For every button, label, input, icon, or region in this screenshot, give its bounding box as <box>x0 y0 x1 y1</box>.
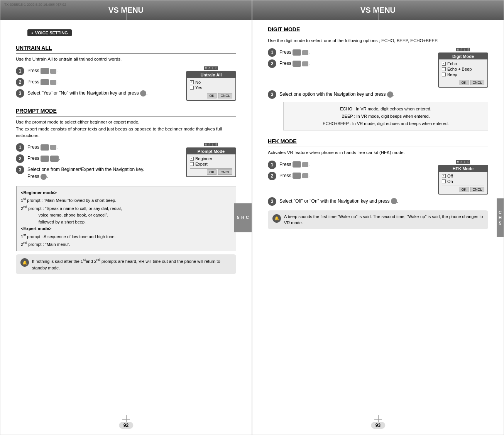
prompt-note-box: 🔔 If nothing is said after the 1stand 2n… <box>16 254 236 274</box>
untrain-all-desc: Use the Untrain All to untrain all train… <box>16 56 236 63</box>
hfk-screen-title: HFK Mode <box>439 166 487 172</box>
hfk-label-on: On <box>447 179 453 184</box>
prompt-steps-row: 1 Press . 2 <box>16 143 236 183</box>
hfk-step-3: 3 Select "Off" or "On" with the Navigati… <box>268 197 488 206</box>
hfk-label-off: Off <box>447 174 453 178</box>
right-content: DIGIT MODE Use the digit mode to select … <box>252 26 504 229</box>
digit-label-echo-beep: Echo + Beep <box>447 67 472 71</box>
hfk-mode-title: HFK MODE <box>268 138 488 144</box>
hfk-icon-vr <box>293 161 301 168</box>
digit-step1-icons <box>293 49 308 56</box>
right-h-label: H <box>499 215 502 220</box>
checkbox-echo <box>442 62 446 66</box>
icon-ok-btn <box>140 90 146 96</box>
digit-screen-footer: OK CNCL <box>442 79 484 85</box>
digit-screen-title: Digit Mode <box>439 53 487 59</box>
prompt-steps: 1 Press . 2 <box>16 143 182 183</box>
hfk-step-3-content: Select "Off" or "On" with the Navigation… <box>279 197 488 205</box>
digit-icon-phone <box>302 50 308 55</box>
digit-step2-icons <box>293 61 308 67</box>
digit-step-2: 2 Press . <box>268 59 434 68</box>
checkbox-yes <box>190 86 194 90</box>
prompt-step-2-content: Press . <box>27 154 182 162</box>
checkbox-echo-beep <box>442 67 446 71</box>
right-page-num: 93 <box>371 422 385 429</box>
hfk-note-text: A beep sounds the first time "Wake-up" i… <box>284 213 484 226</box>
expert-line-2: 2nd prompt : "Main menu". <box>21 242 70 247</box>
untrain-screen: 🅼🅰🅻🅴 Untrain All No Yes OK <box>186 66 236 101</box>
prompt-mode-desc: Use the prompt mode to select either beg… <box>16 119 236 139</box>
digit-step-2-content: Press . <box>279 59 434 67</box>
prompt-ok-btn: OK <box>207 169 216 175</box>
untrain-item-no: No <box>190 80 232 85</box>
right-page: VS MENU DIGIT MODE Use the digit mode to… <box>252 0 504 435</box>
checkbox-off <box>442 174 446 178</box>
digit-mode-desc: Use the digit mode to select one of the … <box>268 37 488 44</box>
hfk-mode-desc: Activates VR feature when phone is in ha… <box>268 149 488 156</box>
prompt-step-1-content: Press . <box>27 143 182 151</box>
hfk-steps-list: 1 Press . 2 <box>268 160 434 180</box>
digit-item-echo: Echo <box>442 61 484 66</box>
beginner-line-2: 2nd prompt : "Speak a name to call, or s… <box>21 206 122 211</box>
echo-line-2: BEEP : In VR mode, digit beeps when ente… <box>288 113 483 120</box>
echo-line-1: ECHO : In VR mode, digit echoes when ent… <box>288 105 483 113</box>
digit-label-beep: Beep <box>447 72 457 77</box>
prompt-cncl-btn: CNCL <box>218 169 232 175</box>
untrain-screen-footer: OK CNCL <box>190 92 232 98</box>
prompt-screen: 🅼🅰🅻🅴 Prompt Mode Beginner Expert OK <box>186 143 236 177</box>
icon-phone-btn <box>50 69 56 74</box>
digit-icon-nav <box>293 61 301 67</box>
right-5-label: 5 <box>499 221 501 225</box>
untrain-steps-list: 1 Press . 2 <box>16 66 182 98</box>
untrain-screen-title: Untrain All <box>187 72 235 78</box>
untrain-screen-box: Untrain All No Yes OK CNCL <box>186 71 236 101</box>
hfk-screen-box: HFK Mode Off On OK CNCL <box>438 165 488 195</box>
prompt-step1-icons <box>41 144 56 151</box>
hfk-step-1-content: Press . <box>279 160 434 168</box>
hfk-step-2: 2 Press . <box>268 171 434 180</box>
digit-step-1-content: Press . <box>279 48 434 56</box>
prompt-screen-box: Prompt Mode Beginner Expert OK CNCL <box>186 147 236 177</box>
icon-vr-btn <box>41 68 49 74</box>
digit-item-echo-beep: Echo + Beep <box>442 66 484 72</box>
untrain-step-2: 2 Press . <box>16 78 182 86</box>
prompt-step-3-content: Select one from Beginner/Expert with the… <box>27 165 182 180</box>
untrain-all-steps: 1 Press . 2 <box>16 66 182 101</box>
untrain-screen-top-icons: 🅼🅰🅻🅴 <box>186 66 236 70</box>
hfk-ok-round <box>391 198 397 204</box>
untrain-label-yes: Yes <box>195 85 202 90</box>
prompt-note-text: If nothing is said after the 1stand 2nd … <box>32 257 232 271</box>
prompt-step-3: 3 Select one from Beginner/Expert with t… <box>16 165 182 180</box>
step-num-2: 2 <box>16 78 24 86</box>
hfk-step1-icons <box>293 161 308 168</box>
crosshair-top-left <box>122 12 130 20</box>
hfk-mode-section: HFK MODE Activates VR feature when phone… <box>268 138 488 229</box>
untrain-ok-btn: OK <box>207 93 216 98</box>
hfk-step-1: 1 Press . <box>268 160 434 169</box>
digit-steps-left: 1 Press . 2 <box>268 48 434 71</box>
icon-phone-btn2 <box>50 145 56 150</box>
hfk-steps-left: 1 Press . 2 <box>268 160 434 183</box>
digit-step-3: 3 Select one option with the Navigation … <box>268 90 488 99</box>
hfk-step2-icons <box>293 173 308 179</box>
digit-screen: 🅼🅰🅻🅴 Digit Mode Echo Echo + Beep <box>438 48 488 88</box>
digit-step-3-content: Select one option with the Navigation ke… <box>279 90 488 98</box>
hfk-screen-footer: OK CNCL <box>442 186 484 192</box>
left-page-num: 92 <box>119 422 133 429</box>
checkbox-no <box>190 80 194 84</box>
hfk-screen: 🅼🅰🅻🅴 HFK Mode Off On OK <box>438 160 488 195</box>
untrain-all-section: UNTRAIN ALL Use the Untrain All to untra… <box>16 45 236 101</box>
digit-steps-row: 1 Press . 2 <box>268 48 488 88</box>
left-ch-tab: CH5 <box>234 203 252 232</box>
prompt-steps-list: 1 Press . 2 <box>16 143 182 180</box>
step-num-1: 1 <box>16 67 24 75</box>
checkbox-beginner <box>190 157 194 161</box>
untrain-all-steps-row: 1 Press . 2 <box>16 66 236 101</box>
digit-step-num-2: 2 <box>268 59 276 68</box>
hfk-screen-top-icons: 🅼🅰🅻🅴 <box>438 160 488 164</box>
icon-nav-btn2 <box>41 156 49 162</box>
hfk-note-icon: 🔔 <box>272 214 281 223</box>
hfk-item-off: Off <box>442 173 484 179</box>
step-3-content: Select "Yes" or "No" with the Navigation… <box>27 89 182 96</box>
step2-icons <box>41 79 56 85</box>
